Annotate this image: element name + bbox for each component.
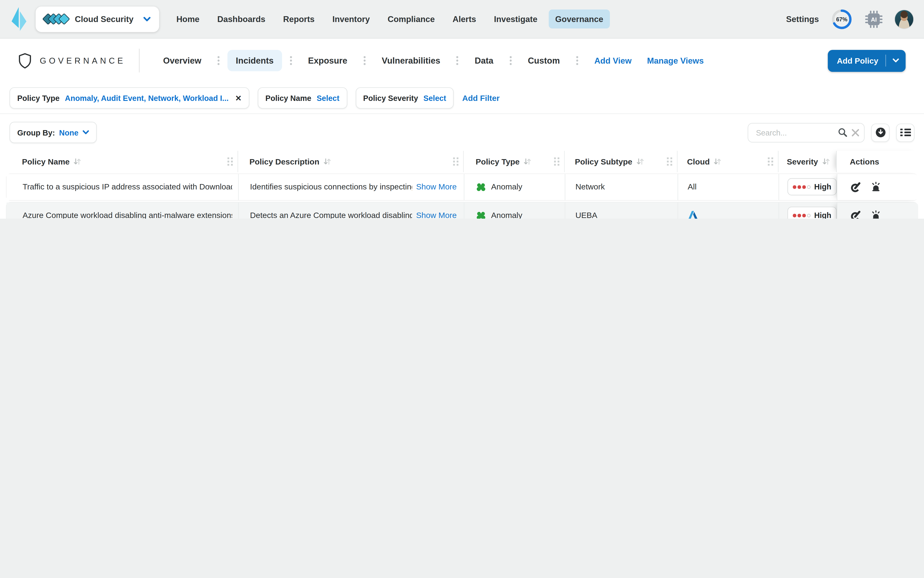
azure-logo-graphic	[687, 210, 699, 219]
edit-action-icon[interactable]	[850, 210, 861, 219]
tab-options-kebab-icon[interactable]	[449, 56, 466, 65]
nav-item-governance[interactable]: Governance	[549, 10, 610, 29]
policy-type-icon	[476, 211, 486, 219]
filter-chip-policy-type[interactable]: Policy Type Anomaly, Audit Event, Networ…	[10, 87, 249, 109]
nav-item-reports[interactable]: Reports	[277, 10, 321, 29]
add-view-link[interactable]: Add View	[594, 56, 632, 65]
sort-icon[interactable]	[636, 158, 644, 165]
severity-badge: High	[787, 178, 836, 195]
azure-logo	[678, 203, 778, 219]
tab-overview[interactable]: Overview	[155, 50, 210, 71]
tab-incidents[interactable]: Incidents	[227, 50, 282, 71]
column-header-policy-subtype[interactable]: Policy Subtype	[564, 151, 677, 172]
download-button[interactable]	[871, 123, 890, 141]
show-more-link[interactable]: Show More	[416, 182, 457, 192]
tab-options-kebab-icon[interactable]	[356, 56, 373, 65]
column-resize-grip-icon[interactable]	[554, 157, 559, 166]
search-icon[interactable]	[838, 128, 847, 137]
divider	[139, 49, 139, 73]
filter-label: Policy Type	[17, 94, 60, 102]
filter-value[interactable]: Select	[423, 94, 446, 102]
ai-assistant-icon[interactable]: AI	[865, 10, 883, 28]
module-selector-dropdown[interactable]: Cloud Security	[36, 6, 159, 32]
column-header-severity[interactable]: Severity	[778, 151, 836, 172]
user-avatar[interactable]	[895, 10, 913, 28]
column-resize-grip-icon[interactable]	[453, 157, 459, 166]
table-row[interactable]: Azure Compute workload disabling anti-ma…	[6, 202, 918, 219]
search-box	[747, 123, 865, 142]
page-title: GOVERNANCE	[40, 56, 126, 65]
tab-options-kebab-icon[interactable]	[210, 56, 227, 65]
table-row[interactable]: Traffic to a suspicious IP address assoc…	[6, 174, 918, 200]
policy-type-cell: Anomaly	[464, 174, 565, 200]
severity-cell: High	[779, 203, 837, 219]
tab-exposure[interactable]: Exposure	[300, 50, 356, 71]
column-header-policy-type[interactable]: Policy Type	[463, 151, 564, 172]
clear-search-icon[interactable]	[852, 128, 859, 136]
policy-type-icon	[476, 182, 486, 192]
group-by-dropdown[interactable]: Group By: None	[10, 122, 97, 143]
edit-action-icon[interactable]	[850, 182, 861, 192]
filter-chip-policy-name[interactable]: Policy Name Select	[258, 87, 347, 109]
filter-label: Policy Severity	[363, 94, 418, 102]
settings-link[interactable]: Settings	[786, 14, 819, 24]
shield-icon	[18, 53, 31, 68]
alarm-action-icon[interactable]	[871, 210, 881, 219]
cloud-security-modules-icon	[44, 15, 68, 23]
add-policy-chevron-down-icon[interactable]	[885, 55, 906, 67]
policy-name-cell: Traffic to a suspicious IP address assoc…	[6, 174, 238, 200]
column-settings-button[interactable]	[896, 123, 914, 141]
group-by-value: None	[59, 128, 78, 137]
column-resize-grip-icon[interactable]	[768, 157, 773, 166]
sort-icon[interactable]	[523, 158, 532, 165]
table-toolbar: Group By: None	[0, 114, 924, 151]
severity-badge: High	[787, 207, 836, 219]
svg-text:AI: AI	[871, 16, 877, 23]
nav-item-compliance[interactable]: Compliance	[381, 10, 441, 29]
filter-value[interactable]: Anomaly, Audit Event, Network, Workload …	[65, 94, 229, 102]
show-more-link[interactable]: Show More	[416, 211, 457, 219]
sort-icon[interactable]	[713, 158, 722, 165]
sort-icon[interactable]	[822, 158, 830, 165]
filter-chip-policy-severity[interactable]: Policy Severity Select	[355, 87, 454, 109]
column-resize-grip-icon[interactable]	[227, 157, 233, 166]
filter-label: Policy Name	[265, 94, 311, 102]
nav-item-home[interactable]: Home	[170, 10, 206, 29]
manage-views-link[interactable]: Manage Views	[647, 56, 704, 65]
policy-subtype-cell: Network	[565, 174, 678, 200]
prisma-cloud-logo-icon	[11, 6, 28, 31]
nav-item-investigate[interactable]: Investigate	[487, 10, 544, 29]
group-by-label: Group By:	[17, 128, 55, 137]
tab-vulnerabilities[interactable]: Vulnerabilities	[373, 50, 449, 71]
search-input[interactable]	[755, 127, 834, 138]
tab-data[interactable]: Data	[467, 50, 502, 71]
tab-options-kebab-icon[interactable]	[282, 56, 300, 65]
column-header-cloud[interactable]: Cloud	[677, 151, 778, 172]
nav-item-alerts[interactable]: Alerts	[446, 10, 483, 29]
remove-filter-icon[interactable]: ✕	[235, 94, 242, 102]
tab-custom[interactable]: Custom	[520, 50, 568, 71]
tab-options-kebab-icon[interactable]	[568, 56, 586, 65]
column-resize-grip-icon[interactable]	[667, 157, 672, 166]
tab-options-kebab-icon[interactable]	[502, 56, 520, 65]
filter-value[interactable]: Select	[317, 94, 339, 102]
column-header-policy-name[interactable]: Policy Name	[6, 151, 238, 172]
nav-item-dashboards[interactable]: Dashboards	[211, 10, 272, 29]
policy-type-cell: Anomaly	[464, 203, 565, 219]
alarm-action-icon[interactable]	[871, 182, 881, 192]
add-filter-link[interactable]: Add Filter	[462, 94, 499, 102]
nav-item-inventory[interactable]: Inventory	[326, 10, 376, 29]
adoption-progress-ring[interactable]: 67%	[831, 8, 853, 30]
chevron-down-icon	[143, 14, 151, 24]
main-nav: HomeDashboardsReportsInventoryCompliance…	[170, 10, 610, 29]
add-policy-label: Add Policy	[837, 56, 878, 65]
table-body: Traffic to a suspicious IP address assoc…	[6, 174, 918, 219]
sort-icon[interactable]	[323, 158, 331, 165]
governance-policies-screen: Cloud Security HomeDashboardsReportsInve…	[0, 0, 924, 219]
add-policy-button[interactable]: Add Policy	[828, 50, 906, 72]
module-selector-label: Cloud Security	[75, 14, 143, 24]
sort-icon[interactable]	[73, 158, 81, 165]
policy-description-cell: Detects an Azure Compute workload disabl…	[238, 203, 464, 219]
download-icon	[875, 127, 886, 138]
column-header-policy-description[interactable]: Policy Description	[238, 151, 463, 172]
